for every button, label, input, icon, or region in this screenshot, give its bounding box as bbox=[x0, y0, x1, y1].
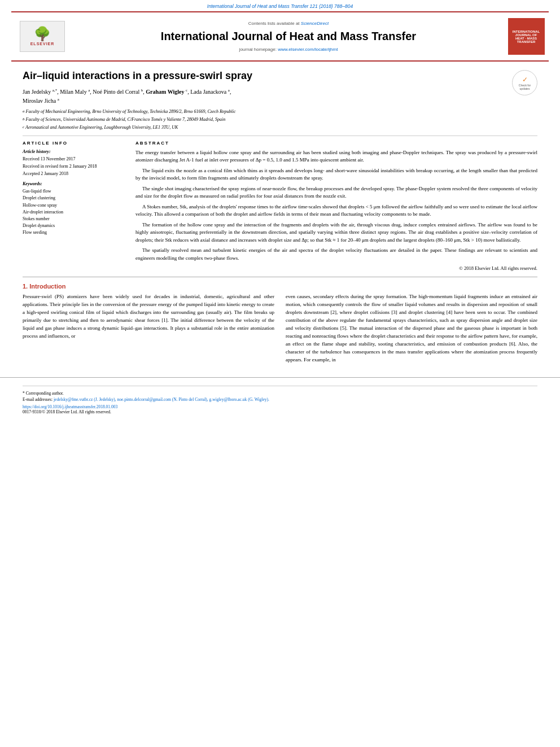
journal-title: International Journal of Heat and Mass T… bbox=[161, 30, 416, 43]
homepage-label: journal homepage: bbox=[239, 47, 277, 52]
keyword-3: Hollow-cone spray bbox=[23, 202, 124, 208]
affiliation-a: a Faculty of Mechanical Engineering, Brn… bbox=[23, 108, 537, 115]
affil-text-a: Faculty of Mechanical Engineering, Brno … bbox=[26, 108, 236, 115]
email-line: E-mail addresses: jedelsky@fme.vutbr.cz … bbox=[23, 397, 537, 402]
page-container: International Journal of Heat and Mass T… bbox=[0, 0, 560, 418]
elsevier-logo: 🌳 ELSEVIER bbox=[20, 21, 65, 52]
badge-line4: TRANSFER bbox=[517, 40, 536, 43]
keyword-1: Gas-liquid flow bbox=[23, 188, 124, 194]
page-footer: * Corresponding author. E-mail addresses… bbox=[0, 377, 560, 418]
journal-banner: International Journal of Heat and Mass T… bbox=[0, 0, 560, 11]
authors-line: Jan Jedelsky a,*, Milan Maly a, Noé Pint… bbox=[23, 88, 537, 105]
article-title: Air–liquid interactions in a pressure-sw… bbox=[23, 70, 537, 82]
keyword-4: Air-droplet interaction bbox=[23, 209, 124, 215]
article-info-col: ARTICLE INFO Article history: Received 1… bbox=[23, 141, 124, 272]
check-icon: ✓ bbox=[522, 76, 528, 84]
intro-p2: even causes, secondary effects during th… bbox=[286, 293, 537, 364]
introduction-section: 1. Introduction Pressure-swirl (PS) atom… bbox=[23, 277, 537, 366]
affiliation-b: b Faculty of Sciences, Universidad Autón… bbox=[23, 116, 537, 123]
elsevier-logo-container: 🌳 ELSEVIER bbox=[11, 16, 73, 57]
abstract-text: The energy transfer between a liquid hol… bbox=[135, 149, 537, 263]
abstract-p3: The single shot imaging characterised th… bbox=[135, 185, 537, 200]
intro-p1: Pressure-swirl (PS) atomizers have been … bbox=[23, 293, 274, 340]
author-2: Milan Maly a, bbox=[60, 89, 91, 95]
abstract-p4: A Stokes number, Stk, analysis of the dr… bbox=[135, 203, 537, 219]
journal-logo-right: INTERNATIONAL JOURNAL OF HEAT · MASS TRA… bbox=[504, 16, 549, 57]
keyword-7: Flow seeding bbox=[23, 229, 124, 235]
email-addresses[interactable]: jedelsky@fme.vutbr.cz (J. Jedelsky), noe… bbox=[54, 397, 269, 402]
footnote-section: * Corresponding author. E-mail addresses… bbox=[23, 391, 537, 402]
keyword-2: Droplet clustering bbox=[23, 195, 124, 201]
doi-line[interactable]: https://doi.org/10.1016/j.ijheatmasstran… bbox=[23, 404, 537, 409]
journal-badge: INTERNATIONAL JOURNAL OF HEAT · MASS TRA… bbox=[508, 18, 545, 55]
elsevier-label: ELSEVIER bbox=[30, 42, 55, 46]
article-info-heading: ARTICLE INFO bbox=[23, 141, 124, 146]
abstract-p2: The liquid exits the nozzle as a conical… bbox=[135, 167, 537, 182]
author-4: Graham Wigley c, bbox=[146, 89, 189, 95]
info-abstract-row: ARTICLE INFO Article history: Received 1… bbox=[23, 141, 537, 272]
accepted-date: Accepted 2 January 2018 bbox=[23, 171, 124, 177]
abstract-p5: The formation of the hollow cone spray a… bbox=[135, 221, 537, 244]
tree-icon: 🌳 bbox=[34, 27, 51, 41]
divider-1 bbox=[23, 136, 537, 136]
rights-line: 0017-9310/© 2018 Elsevier Ltd. All right… bbox=[23, 409, 537, 414]
email-label: E-mail addresses: bbox=[23, 397, 53, 402]
corresponding-author-note: * Corresponding author. bbox=[23, 391, 537, 396]
check-label: Check forupdates bbox=[519, 84, 531, 90]
received-date: Received 13 November 2017 bbox=[23, 156, 124, 162]
author-3: Noé Pinto del Corral b, bbox=[93, 89, 145, 95]
affiliation-c: c Aeronautical and Automotive Engineerin… bbox=[23, 124, 537, 131]
keywords-heading: Keywords: bbox=[23, 181, 124, 186]
author-6: Miroslav Jicha a bbox=[23, 98, 59, 104]
banner-text: International Journal of Heat and Mass T… bbox=[207, 3, 353, 9]
check-updates-badge: ✓ Check forupdates bbox=[512, 70, 537, 95]
affiliations: a Faculty of Mechanical Engineering, Brn… bbox=[23, 108, 537, 131]
journal-center: Contents lists available at ScienceDirec… bbox=[73, 16, 504, 57]
article-content: ✓ Check forupdates Air–liquid interactio… bbox=[0, 62, 560, 373]
journal-header: 🌳 ELSEVIER Contents lists available at S… bbox=[11, 11, 549, 62]
homepage-link[interactable]: www.elsevier.com/locate/ijhmt bbox=[278, 47, 338, 52]
sciencedirect-link[interactable]: ScienceDirect bbox=[301, 21, 329, 26]
sciencedirect-line: Contents lists available at ScienceDirec… bbox=[248, 21, 329, 26]
received-revised-date: Received in revised form 2 January 2018 bbox=[23, 163, 124, 169]
intro-col-left: Pressure-swirl (PS) atomizers have been … bbox=[23, 293, 274, 366]
affil-sup-c: c bbox=[23, 124, 24, 130]
footer-divider bbox=[23, 386, 537, 386]
affil-sup-b: b bbox=[23, 116, 25, 123]
abstract-col: ABSTRACT The energy transfer between a l… bbox=[135, 141, 537, 272]
affil-text-b: Faculty of Sciences, Universidad Autónom… bbox=[26, 116, 226, 123]
copyright-line: © 2018 Elsevier Ltd. All rights reserved… bbox=[135, 265, 537, 271]
affil-sup-a: a bbox=[23, 108, 25, 115]
abstract-p6: The spatially resolved mean and turbulen… bbox=[135, 247, 537, 262]
affil-text-c: Aeronautical and Automotive Engineering,… bbox=[25, 124, 178, 131]
keyword-6: Droplet dynamics bbox=[23, 222, 124, 229]
journal-homepage: journal homepage: www.elsevier.com/locat… bbox=[239, 47, 338, 52]
intro-two-col: Pressure-swirl (PS) atomizers have been … bbox=[23, 293, 537, 366]
author-5: Lada Janackova a, bbox=[190, 89, 231, 95]
abstract-p1: The energy transfer between a liquid hol… bbox=[135, 149, 537, 164]
keyword-5: Stokes number bbox=[23, 216, 124, 222]
intro-title: 1. Introduction bbox=[23, 283, 537, 290]
intro-col-right: even causes, secondary effects during th… bbox=[286, 293, 537, 366]
sciencedirect-label: Contents lists available at bbox=[248, 21, 300, 26]
abstract-heading: ABSTRACT bbox=[135, 141, 537, 146]
article-history-heading: Article history: bbox=[23, 149, 124, 154]
author-1: Jan Jedelsky a,*, bbox=[23, 89, 59, 95]
